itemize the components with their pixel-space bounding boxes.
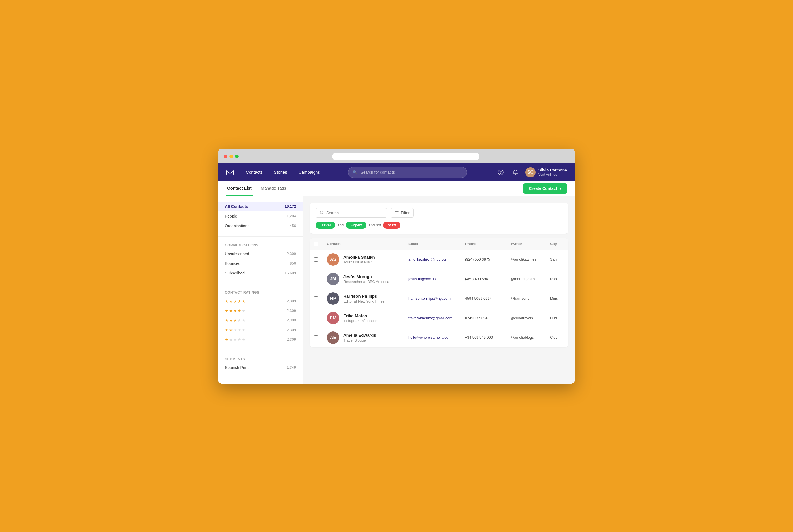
operator-and-not: and not (369, 223, 381, 227)
sidebar: All Contacts 19,172 People 1,204 Organis… (218, 196, 303, 384)
phone-4: 07495059694 (461, 316, 506, 320)
filter-icon (395, 211, 399, 215)
4-stars: ★★★★★ (225, 308, 245, 313)
browser-window: Contacts Stories Campaigns 🔍 ? (218, 149, 575, 384)
filter-staff[interactable]: Staff (383, 222, 401, 229)
phone-2: (469) 400 596 (461, 277, 506, 281)
sidebar-unsubscribed[interactable]: Unsubscribed 2,309 (218, 249, 303, 259)
bounced-count: 856 (290, 261, 296, 265)
user-name: Silvia Carmona (538, 168, 567, 173)
table-row[interactable]: AS Amolika Shaikh Journalist at NBC amol… (310, 250, 568, 269)
filter-button[interactable]: Filter (390, 208, 414, 217)
spanish-print-count: 1,349 (287, 365, 296, 369)
create-contact-button[interactable]: Create Contact ▾ (523, 183, 567, 193)
all-contacts-label: All Contacts (225, 204, 248, 209)
contact-name-4: Erika Mateo (343, 313, 377, 318)
avatar-5: AE (327, 331, 339, 344)
table-row[interactable]: AE Amelia Edwards Travel Blogger hello@w… (310, 328, 568, 347)
contact-cell-3: HP Harrison Phillips Editor at New York … (322, 292, 404, 305)
close-dot[interactable] (224, 154, 227, 158)
search-input[interactable] (326, 211, 383, 215)
contact-cell-5: AE Amelia Edwards Travel Blogger (322, 331, 404, 344)
help-button[interactable]: ? (496, 168, 505, 177)
sidebar-rating-5[interactable]: ★★★★★ 2,309 (218, 296, 303, 306)
filter-bar: Filter Travel and Expert and not Staff (310, 203, 568, 234)
rating-2-count: 2,309 (287, 328, 296, 332)
contact-role-2: Researcher at BBC America (343, 280, 389, 284)
contact-cell-4: EM Erika Mateo Instagram Influencer (322, 312, 404, 324)
th-contact: Contact (322, 242, 404, 246)
phone-5: +34 569 949 000 (461, 335, 506, 340)
avatar-3: HP (327, 292, 339, 305)
email-5: hello@whereisamelia.co (404, 335, 461, 340)
minimize-dot[interactable] (229, 154, 233, 158)
nav-search-bar[interactable]: 🔍 (348, 167, 467, 178)
phone-3: 4594 5059 6664 (461, 296, 506, 301)
sidebar-rating-1[interactable]: ★★★★★ 2,309 (218, 335, 303, 344)
address-bar[interactable] (332, 153, 479, 160)
notifications-button[interactable] (511, 168, 520, 177)
th-phone: Phone (461, 242, 506, 246)
twitter-4: @erikatravels (506, 316, 546, 320)
svg-text:?: ? (500, 171, 502, 175)
row-checkbox-4[interactable] (310, 316, 322, 320)
sidebar-organisations[interactable]: Organisations 456 (218, 221, 303, 231)
avatar-4: EM (327, 312, 339, 324)
sidebar-rating-2[interactable]: ★★★★★ 2,309 (218, 325, 303, 335)
unsubscribed-count: 2,309 (287, 251, 296, 256)
app-logo (226, 168, 234, 176)
select-all-checkbox[interactable] (314, 242, 318, 246)
twitter-3: @harrisonp (506, 296, 546, 301)
search-wrap[interactable] (315, 208, 387, 217)
maximize-dot[interactable] (235, 154, 239, 158)
table-row[interactable]: HP Harrison Phillips Editor at New York … (310, 289, 568, 308)
nav-links: Contacts Stories Campaigns (241, 168, 325, 177)
contact-info-2: Jesús Moruga Researcher at BBC America (343, 274, 389, 284)
browser-dots (224, 154, 239, 158)
unsubscribed-label: Unsubscribed (225, 251, 249, 256)
rating-1-count: 2,309 (287, 337, 296, 342)
sidebar-subscribed[interactable]: Subscribed 15,609 (218, 268, 303, 278)
th-city: City (546, 242, 568, 246)
sidebar-rating-3[interactable]: ★★★★★ 2,309 (218, 316, 303, 325)
table-row[interactable]: JM Jesús Moruga Researcher at BBC Americ… (310, 269, 568, 289)
contacts-table: Contact Email Phone Twitter City AS (310, 238, 568, 347)
contact-role-3: Editor at New York Times (343, 299, 384, 303)
user-menu[interactable]: SC Silvia Carmona Vent Airlines (525, 167, 567, 177)
twitter-2: @morugajesus (506, 277, 546, 281)
contact-role-4: Instagram Influencer (343, 319, 377, 323)
sidebar-rating-4[interactable]: ★★★★★ 2,309 (218, 306, 303, 316)
all-contacts-count: 19,172 (284, 204, 296, 209)
tab-contact-list[interactable]: Contact List (226, 182, 253, 196)
communications-title: Communications (218, 239, 303, 249)
tab-manage-tags[interactable]: Manage Tags (260, 182, 288, 196)
sidebar-all-contacts[interactable]: All Contacts 19,172 (218, 202, 303, 211)
ratings-title: Contact Ratings (218, 286, 303, 296)
nav-stories[interactable]: Stories (269, 168, 292, 177)
nav-contacts[interactable]: Contacts (241, 168, 268, 177)
row-checkbox-2[interactable] (310, 277, 322, 281)
nav-campaigns[interactable]: Campaigns (293, 168, 325, 177)
search-icon (320, 211, 324, 215)
row-checkbox-5[interactable] (310, 335, 322, 340)
table-row[interactable]: EM Erika Mateo Instagram Influencer trav… (310, 308, 568, 328)
contact-cell-1: AS Amolika Shaikh Journalist at NBC (322, 253, 404, 266)
sidebar-bounced[interactable]: Bounced 856 (218, 259, 303, 268)
organisations-count: 456 (290, 224, 296, 228)
twitter-5: @ameliablogs (506, 335, 546, 340)
row-checkbox-3[interactable] (310, 296, 322, 301)
nav-search-icon: 🔍 (352, 170, 358, 175)
row-checkbox-1[interactable] (310, 257, 322, 262)
sidebar-divider-1 (218, 236, 303, 236)
5-stars: ★★★★★ (225, 299, 245, 303)
main-layout: All Contacts 19,172 People 1,204 Organis… (218, 196, 575, 384)
sidebar-people[interactable]: People 1,204 (218, 211, 303, 221)
city-5: Clev (546, 335, 568, 340)
nav-search-input[interactable] (361, 170, 463, 175)
avatar-1: AS (327, 253, 339, 266)
user-info: Silvia Carmona Vent Airlines (538, 168, 567, 177)
sidebar-spanish-print[interactable]: Spanish Print 1,349 (218, 363, 303, 373)
rating-4-count: 2,309 (287, 308, 296, 313)
filter-travel[interactable]: Travel (315, 222, 335, 229)
filter-expert[interactable]: Expert (346, 222, 366, 229)
